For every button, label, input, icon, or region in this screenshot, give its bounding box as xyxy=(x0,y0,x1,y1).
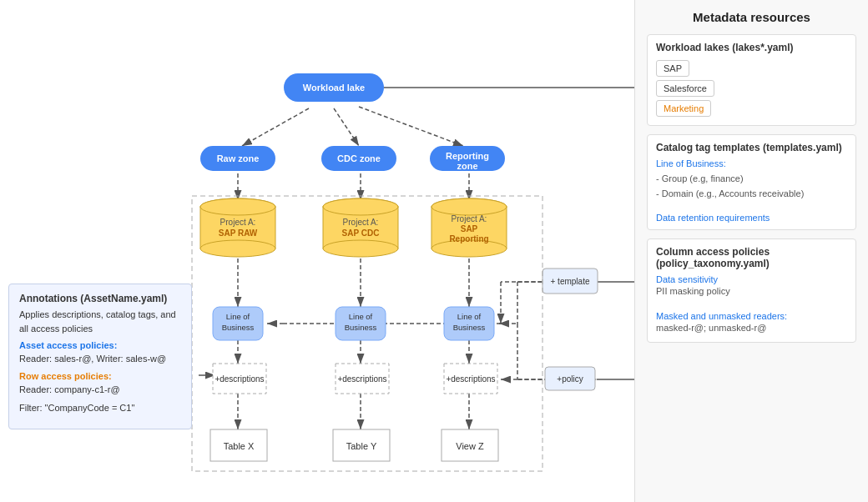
svg-text:Business: Business xyxy=(345,323,377,332)
svg-text:Project A:: Project A: xyxy=(220,218,256,227)
data-sensitivity-link: Data sensitivity xyxy=(656,274,847,284)
svg-text:+descriptions: +descriptions xyxy=(446,374,495,384)
svg-text:SAP: SAP xyxy=(461,224,478,233)
raw-zone-label: Raw zone xyxy=(217,153,260,163)
right-panel-title: Metadata resources xyxy=(647,10,856,24)
pii-masking: PII masking policy xyxy=(656,284,847,299)
svg-text:Project A:: Project A: xyxy=(452,214,487,223)
workload-lakes-tags: SAP Salesforce Marketing xyxy=(656,58,847,118)
row-access-sub: Reader: company-c1-r@ xyxy=(19,383,181,397)
row-filter: Filter: "CompanyCode = C1" xyxy=(19,401,181,415)
svg-text:Reporting: Reporting xyxy=(449,234,488,243)
workload-lake-label: Workload lake xyxy=(303,83,365,93)
svg-point-50 xyxy=(431,198,507,215)
column-access-section: Column access policies (policy_taxonomy.… xyxy=(647,238,856,343)
svg-text:+descriptions: +descriptions xyxy=(337,374,386,384)
svg-text:+policy: +policy xyxy=(557,374,583,384)
svg-text:+descriptions: +descriptions xyxy=(214,374,264,384)
svg-text:Line of: Line of xyxy=(457,312,482,321)
svg-point-37 xyxy=(200,240,275,257)
svg-text:Line of: Line of xyxy=(226,312,250,321)
cdc-zone-label: CDC zone xyxy=(337,153,381,163)
svg-point-44 xyxy=(323,198,398,215)
row-access-link: Row access policies: xyxy=(19,371,181,381)
sap-tag: SAP xyxy=(656,60,689,77)
svg-line-4 xyxy=(334,108,359,146)
reporting-zone-label2: zone xyxy=(457,161,477,171)
right-panel: Metadata resources Workload lakes (lakes… xyxy=(634,0,868,502)
asset-access-sub: Reader: sales-r@, Writer: sales-w@ xyxy=(19,352,181,366)
marketing-tag: Marketing xyxy=(656,100,711,117)
annotations-title: Annotations (AssetName.yaml) xyxy=(19,293,181,304)
salesforce-tag: Salesforce xyxy=(656,80,714,97)
annotations-box: Annotations (AssetName.yaml) Applies des… xyxy=(8,284,192,429)
svg-text:SAP RAW: SAP RAW xyxy=(219,228,258,238)
svg-point-38 xyxy=(200,198,275,215)
lob-link: Line of Business: xyxy=(656,158,847,168)
svg-line-5 xyxy=(359,107,463,146)
catalog-tags-section: Catalog tag templates (templates.yaml) L… xyxy=(647,134,856,230)
svg-text:Business: Business xyxy=(453,323,486,332)
reporting-zone-label: Reporting xyxy=(446,151,489,161)
svg-line-3 xyxy=(242,108,309,146)
lob-item-2: - Domain (e.g., Accounts receivable) xyxy=(656,187,847,202)
svg-text:Table X: Table X xyxy=(224,441,255,451)
workload-lakes-section: Workload lakes (lakes*.yaml) SAP Salesfo… xyxy=(647,34,856,126)
masked-readers-sub: masked-r@; unmasked-r@ xyxy=(656,321,847,336)
svg-text:Business: Business xyxy=(222,323,255,332)
svg-text:Table Y: Table Y xyxy=(346,441,377,451)
column-access-title: Column access policies (policy_taxonomy.… xyxy=(656,246,847,269)
svg-text:SAP CDC: SAP CDC xyxy=(342,228,380,238)
svg-text:+ template: + template xyxy=(551,277,590,286)
workload-lakes-title: Workload lakes (lakes*.yaml) xyxy=(656,42,847,53)
svg-text:Line of: Line of xyxy=(349,312,373,321)
lob-item-1: - Group (e.g, finance) xyxy=(656,172,847,187)
masked-readers-link: Masked and unmasked readers: xyxy=(656,311,847,321)
catalog-tags-title: Catalog tag templates (templates.yaml) xyxy=(656,142,847,153)
annotations-desc: Applies descriptions, catalog tags, and … xyxy=(19,308,181,335)
svg-point-43 xyxy=(323,240,398,257)
svg-text:Project A:: Project A: xyxy=(343,218,379,227)
asset-access-link: Asset access policies: xyxy=(19,340,181,350)
svg-text:View Z: View Z xyxy=(456,441,484,451)
data-retention-link: Data retention requirements xyxy=(656,213,847,223)
